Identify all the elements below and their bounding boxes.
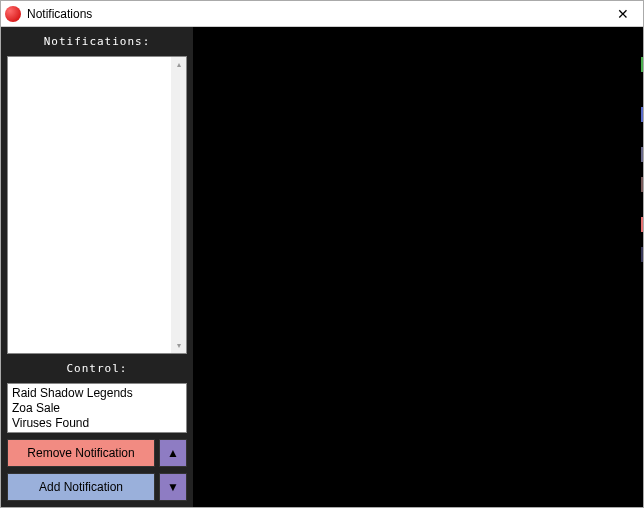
remove-row: Remove Notification ▲ xyxy=(7,439,187,467)
app-window: Notifications ✕ Notifications: ▴ ▾ Contr… xyxy=(0,0,644,508)
left-panel: Notifications: ▴ ▾ Control: Raid Shadow … xyxy=(1,27,193,507)
button-label: Remove Notification xyxy=(27,446,134,460)
close-button[interactable]: ✕ xyxy=(603,1,643,27)
scrollbar[interactable]: ▴ ▾ xyxy=(171,57,186,353)
edge-marker xyxy=(641,147,643,162)
remove-notification-button[interactable]: Remove Notification xyxy=(7,439,155,467)
control-label: Control: xyxy=(7,360,187,377)
arrow-down-icon: ▼ xyxy=(167,480,179,494)
edge-marker xyxy=(641,247,643,262)
window-title: Notifications xyxy=(27,7,603,21)
move-up-button[interactable]: ▲ xyxy=(159,439,187,467)
button-label: Add Notification xyxy=(39,480,123,494)
notifications-label: Notifications: xyxy=(7,33,187,50)
close-icon: ✕ xyxy=(617,6,629,22)
content-area: Notifications: ▴ ▾ Control: Raid Shadow … xyxy=(1,27,643,507)
list-item[interactable]: Raid Shadow Legends xyxy=(12,386,182,401)
edge-marker xyxy=(641,217,643,232)
list-item[interactable]: Zoa Sale xyxy=(12,401,182,416)
add-row: Add Notification ▼ xyxy=(7,473,187,501)
add-notification-button[interactable]: Add Notification xyxy=(7,473,155,501)
control-list[interactable]: Raid Shadow Legends Zoa Sale Viruses Fou… xyxy=(7,383,187,433)
app-icon xyxy=(5,6,21,22)
preview-area xyxy=(193,27,643,507)
scrollbar-up-icon[interactable]: ▴ xyxy=(171,57,186,72)
titlebar: Notifications ✕ xyxy=(1,1,643,27)
notifications-list[interactable]: ▴ ▾ xyxy=(7,56,187,354)
edge-marker xyxy=(641,107,643,122)
move-down-button[interactable]: ▼ xyxy=(159,473,187,501)
scrollbar-down-icon[interactable]: ▾ xyxy=(171,338,186,353)
arrow-up-icon: ▲ xyxy=(167,446,179,460)
edge-marker xyxy=(641,57,643,72)
list-item[interactable]: Viruses Found xyxy=(12,416,182,431)
edge-marker xyxy=(641,177,643,192)
